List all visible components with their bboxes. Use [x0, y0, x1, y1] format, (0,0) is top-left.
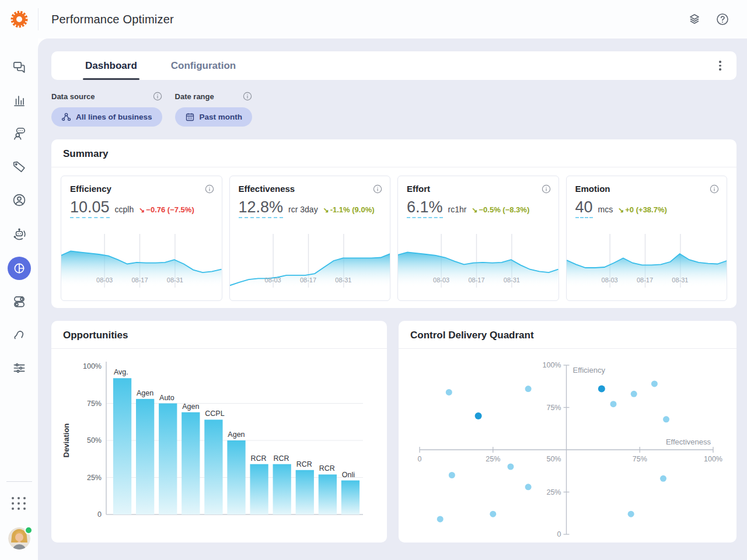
- y-tick-label: 0: [557, 530, 561, 538]
- kpi-unit: mcs: [598, 205, 613, 214]
- sidebar-divider: [6, 481, 32, 482]
- sidebar-item-conversations[interactable]: [12, 60, 27, 75]
- bar: [341, 481, 359, 514]
- sidebar: [0, 38, 38, 560]
- scatter-point-lines-of-business: [525, 386, 532, 392]
- bar: [250, 464, 268, 514]
- sidebar-item-gestures[interactable]: [12, 327, 27, 342]
- gesture-swoosh-icon: [12, 327, 27, 342]
- user-circle-icon: [12, 192, 27, 208]
- kpi-sparkline: 08-0308-1708-31: [230, 234, 390, 288]
- kpi-title: Effectiveness: [239, 184, 295, 194]
- y-tick-label: 25%: [87, 474, 102, 482]
- data-source-filter: Data source All lines of business: [51, 92, 162, 127]
- sidebar-item-performance-optimizer[interactable]: [8, 257, 31, 280]
- y-tick-label: 100%: [83, 362, 102, 370]
- date-range-pill[interactable]: Past month: [175, 107, 253, 127]
- opportunities-deviation: 025%50%75%100%DeviationAvg.AgenAutoAgenC…: [60, 356, 378, 531]
- info-icon[interactable]: [205, 184, 214, 194]
- user-avatar[interactable]: [8, 527, 30, 550]
- tab-dashboard[interactable]: Dashboard: [85, 51, 137, 80]
- data-source-value: All lines of business: [76, 113, 152, 121]
- filters-row: Data source All lines of business Date r…: [51, 92, 736, 127]
- sidebar-item-customers[interactable]: [12, 192, 27, 208]
- bar-label: RCR: [274, 454, 289, 463]
- y-tick-label: 100%: [543, 361, 561, 369]
- sidebar-item-agents[interactable]: [12, 126, 27, 141]
- hierarchy-icon: [61, 112, 71, 122]
- spark-x-label: 08-03: [433, 276, 449, 284]
- bar-label: Onli: [342, 471, 355, 479]
- scatter-point-lines-of-business: [446, 389, 452, 396]
- bar-label: CCPL: [205, 410, 224, 418]
- page-title: Performance Optimizer: [51, 13, 174, 26]
- x-tick-label: 25%: [486, 455, 500, 463]
- kpi-card-efficiency: Efficiency 10.05 ccplh ↘−0.76 (−7.5%) 08…: [61, 176, 222, 301]
- sidebar-item-bots[interactable]: [12, 226, 27, 241]
- tabs-bar: Dashboard Configuration: [51, 51, 736, 80]
- kpi-sparkline: 08-0308-1708-31: [567, 234, 727, 288]
- app-logo[interactable]: [0, 8, 38, 30]
- main-content: Dashboard Configuration Data source All: [38, 38, 747, 560]
- x-tick-label: 100%: [704, 455, 722, 463]
- bar: [227, 440, 245, 514]
- info-icon[interactable]: [153, 92, 162, 101]
- calendar-icon: [185, 112, 195, 122]
- opportunities-panel: Opportunities 025%50%75%100%DeviationAvg…: [51, 321, 387, 542]
- kpi-sparkline: 08-0308-1708-31: [398, 234, 558, 288]
- info-icon[interactable]: [710, 184, 719, 194]
- date-range-label: Date range: [175, 92, 214, 101]
- kpi-title: Efficiency: [70, 184, 111, 194]
- tag-icon: [11, 159, 27, 176]
- spark-x-label: 08-03: [96, 276, 113, 284]
- y-tick-label: 75%: [87, 400, 102, 408]
- scatter-point-lines-of-business: [449, 472, 455, 478]
- y-axis-title: Efficiency: [573, 366, 606, 374]
- bar-label: Auto: [159, 394, 174, 402]
- y-tick-label: 50%: [87, 436, 102, 444]
- info-icon[interactable]: [542, 184, 551, 194]
- help-icon[interactable]: [715, 12, 729, 26]
- x-axis-title: Effectiveness: [666, 438, 711, 446]
- more-menu-icon[interactable]: [712, 58, 728, 74]
- y-axis-title: Deviation: [62, 424, 71, 458]
- bar: [319, 474, 337, 514]
- spark-x-label: 08-31: [335, 276, 351, 284]
- scatter-point-lines-of-business: [610, 401, 616, 407]
- scatter-point-highlighted: [598, 386, 605, 393]
- online-status-dot: [25, 526, 33, 534]
- tab-configuration[interactable]: Configuration: [171, 51, 236, 80]
- spark-x-label: 08-03: [265, 276, 281, 284]
- sidebar-item-analytics[interactable]: [12, 93, 27, 108]
- info-icon[interactable]: [243, 92, 252, 101]
- kpi-value: 40: [575, 198, 593, 218]
- sidebar-item-settings[interactable]: [12, 360, 27, 376]
- spark-x-label: 08-17: [131, 276, 148, 284]
- y-tick-label: 0: [97, 510, 102, 519]
- apps-grid-icon[interactable]: [12, 497, 26, 510]
- sidebar-item-tags[interactable]: [12, 159, 27, 174]
- layers-icon[interactable]: [687, 12, 701, 26]
- toggles-icon: [12, 294, 27, 309]
- kpi-sparkline: 08-0308-1708-31: [61, 234, 222, 288]
- scatter-point-lines-of-business: [490, 511, 496, 517]
- sidebar-item-toggles[interactable]: [12, 294, 27, 309]
- info-icon[interactable]: [373, 184, 382, 194]
- opportunities-title: Opportunities: [63, 330, 375, 341]
- topbar-divider: [38, 8, 39, 30]
- spark-x-label: 08-31: [504, 276, 520, 284]
- scatter-point-lines-of-business: [507, 464, 514, 470]
- kpi-unit: ccplh: [115, 205, 134, 214]
- bar: [296, 470, 314, 514]
- chat-icon: [12, 60, 27, 75]
- scatter-point-lines-of-business: [631, 391, 637, 397]
- quadrant-panel: Control Delivery Quadrant 025%75%100%100…: [399, 321, 736, 542]
- data-source-pill[interactable]: All lines of business: [51, 107, 162, 127]
- scatter-point-lines-of-business: [660, 475, 666, 482]
- bar-label: Agen: [182, 402, 199, 411]
- date-range-value: Past month: [200, 113, 243, 121]
- bar-label: Agen: [228, 430, 245, 439]
- kpi-change: ↘+0 (+38.7%): [618, 205, 667, 214]
- sliders-icon: [12, 360, 27, 376]
- spark-x-label: 08-03: [602, 276, 618, 284]
